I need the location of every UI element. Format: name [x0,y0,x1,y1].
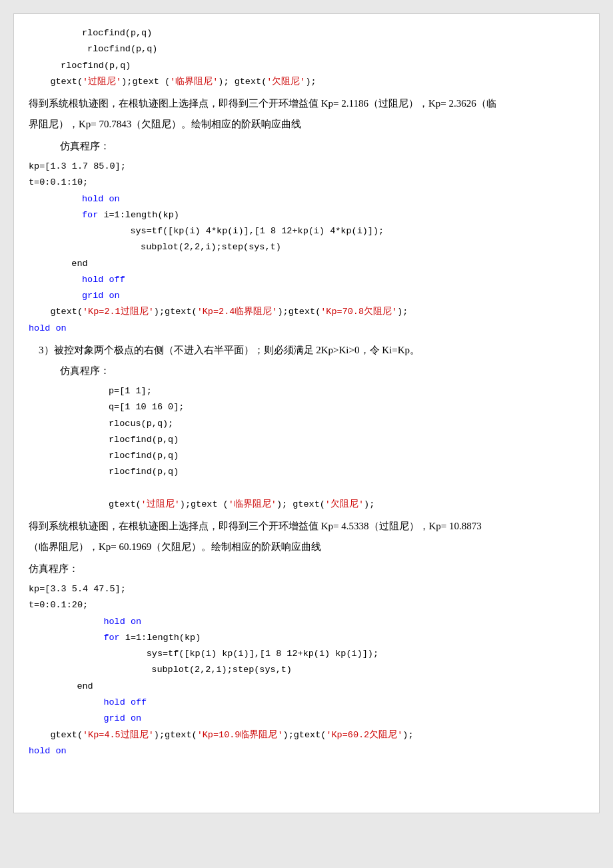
prose-subheading: 仿真程序： [50,137,584,155]
prose-subheading: 仿真程序： [50,362,584,380]
code-line: gtext('Kp=4.5过阻尼');gtext('Kp=10.9临界阻尼');… [29,728,584,743]
prose-paragraph: 界阻尼），Kp= 70.7843（欠阻尼）。绘制相应的阶跃响应曲线 [29,115,584,133]
code-line: rlocfind(p,q) [82,42,584,57]
code-line: hold off [82,695,584,710]
code-line [29,481,584,496]
code-line: for i=1:length(kp) [82,208,584,223]
main-content: rlocfind(p,q) rlocfind(p,q) rlocfind(p,q… [13,13,600,813]
code-line: rlocfind(p,q) [55,59,584,73]
prose-paragraph: 得到系统根轨迹图，在根轨迹图上选择点，即得到三个开环增益值 Kp= 2.1186… [29,95,584,113]
code-line: rlocfind(p,q) [109,449,584,463]
code-line: for i=1:length(kp) [82,631,584,645]
code-line: gtext('Kp=2.1过阻尼');gtext('Kp=2.4临界阻尼');g… [29,305,584,319]
code-line: t=0:0.1:20; [29,598,584,613]
code-line: rlocus(p,q); [109,417,584,431]
code-line: hold on [82,615,584,629]
prose-paragraph: 得到系统根轨迹图，在根轨迹图上选择点，即得到三个开环增益值 Kp= 4.5338… [29,517,584,535]
code-line: gtext('过阻尼');gtext ('临界阻尼'); gtext('欠阻尼'… [109,497,584,512]
code-line: subplot(2,2,i);step(sys,t) [135,663,584,677]
code-line: hold on [29,744,584,759]
code-line: grid on [82,289,584,303]
code-line: rlocfind(p,q) [82,26,584,41]
code-line: p=[1 1]; [109,384,584,399]
code-line: kp=[3.3 5.4 47.5]; [29,582,584,597]
code-line: gtext('过阻尼');gtext ('临界阻尼'); gtext('欠阻尼'… [29,75,584,89]
code-line: end [55,257,584,271]
code-line: hold on [29,321,584,336]
code-line: sys=tf([kp(i) 4*kp(i)],[1 8 12+kp(i) 4*k… [109,224,584,239]
code-line: rlocfind(p,q) [109,433,584,447]
code-line: kp=[1.3 1.7 85.0]; [29,159,584,174]
code-line: end [55,679,584,694]
code-line: sys=tf([kp(i) kp(i)],[1 8 12+kp(i) kp(i)… [109,647,584,661]
prose-subheading: 仿真程序： [29,560,584,578]
code-line: q=[1 10 16 0]; [109,400,584,415]
code-line: subplot(2,2,i);step(sys,t) [135,240,584,255]
prose-paragraph: 3）被控对象两个极点的右侧（不进入右半平面）；则必须满足 2Kp>Ki>0，令 … [29,341,584,359]
code-line: hold off [82,273,584,287]
code-line: grid on [82,711,584,726]
prose-paragraph: （临界阻尼），Kp= 60.1969（欠阻尼）。绘制相应的阶跃响应曲线 [29,538,584,556]
code-line: t=0:0.1:10; [29,175,584,190]
code-line: hold on [82,192,584,207]
code-line: rlocfind(p,q) [109,465,584,479]
